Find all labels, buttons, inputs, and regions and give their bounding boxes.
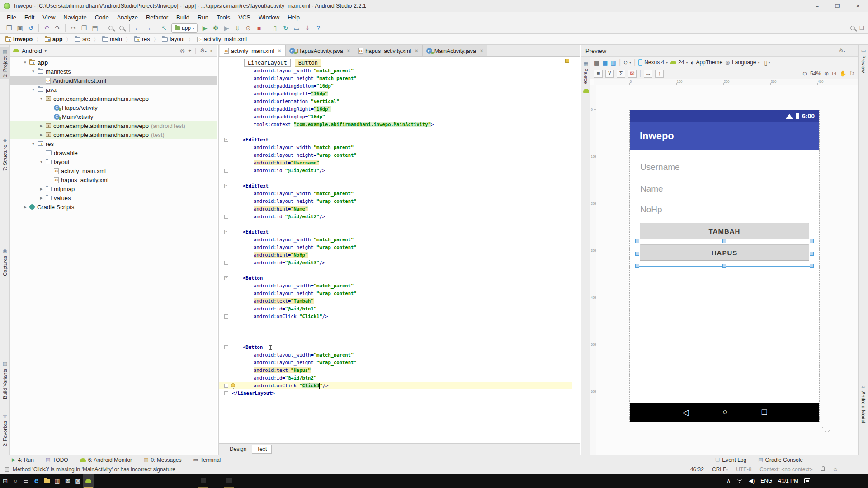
code-line[interactable] bbox=[219, 328, 572, 336]
project-view-selector[interactable]: Android bbox=[22, 47, 42, 54]
menu-window[interactable]: Window bbox=[255, 13, 283, 22]
gear-icon[interactable]: ⚙▾ bbox=[839, 47, 845, 54]
search-everywhere-icon[interactable] bbox=[850, 24, 855, 32]
fold-collapse-icon[interactable]: − bbox=[224, 184, 228, 188]
code-line[interactable]: android:id="@+id/btn2" bbox=[219, 374, 572, 382]
fold-end-icon[interactable] bbox=[224, 314, 228, 319]
selection-handle[interactable] bbox=[635, 264, 639, 268]
save-icon[interactable]: ▣ bbox=[14, 23, 25, 33]
open-icon[interactable]: ❒ bbox=[4, 23, 14, 33]
tray-expand-icon[interactable]: ∧ bbox=[726, 478, 731, 484]
notifications-icon[interactable]: ⚐ bbox=[849, 70, 854, 77]
code-line[interactable]: −<EditText bbox=[219, 136, 572, 144]
menu-edit[interactable]: Edit bbox=[20, 13, 38, 22]
attach-icon[interactable]: ⇩ bbox=[232, 23, 243, 33]
tree-item-com-example-abifirmandhani-inwepo[interactable]: ▶com.example.abifirmandhani.inwepo (test… bbox=[10, 130, 217, 139]
show-layout-bounds-icon[interactable]: ≡ bbox=[594, 70, 603, 78]
code-line[interactable]: android:text="Tambah" bbox=[219, 297, 572, 305]
tree-item-com-example-abifirmandhani-inwepo[interactable]: ▼com.example.abifirmandhani.inwepo bbox=[10, 94, 217, 103]
code-line[interactable]: </LinearLayout> bbox=[219, 389, 572, 397]
tree-item-values[interactable]: ▶values bbox=[10, 193, 217, 202]
code-line[interactable]: android:hint="Name" bbox=[219, 205, 572, 213]
caret-position[interactable]: 46:32 bbox=[690, 466, 704, 473]
menu-file[interactable]: File bbox=[3, 13, 20, 22]
back-icon[interactable]: ← bbox=[132, 23, 143, 33]
edittext-hint-name[interactable]: Name bbox=[640, 184, 663, 194]
zoom-out-icon[interactable]: ⊖ bbox=[802, 70, 807, 77]
layout-column-icon[interactable]: ▥ bbox=[611, 59, 616, 66]
tree-item-java[interactable]: ▼java bbox=[10, 85, 217, 94]
selection-handle[interactable] bbox=[810, 239, 814, 243]
profile-icon[interactable]: ⊙ bbox=[243, 23, 254, 33]
minimize-button[interactable]: – bbox=[807, 0, 827, 12]
undo-icon[interactable]: ↶ bbox=[41, 23, 52, 33]
sync-project-icon[interactable]: ↻ bbox=[280, 23, 291, 33]
collapsed-arrow-icon[interactable]: ▶ bbox=[39, 187, 43, 191]
taskbar-photos[interactable]: ▩ bbox=[73, 474, 83, 488]
debug-icon[interactable]: ❇ bbox=[210, 23, 221, 33]
dock-mode-icon[interactable]: ▯▾ bbox=[764, 59, 770, 66]
code-line[interactable]: android:layout_width="match_parent" bbox=[219, 190, 572, 197]
code-line[interactable] bbox=[219, 336, 572, 343]
split-icon[interactable]: ÷ bbox=[188, 47, 191, 54]
selection-handle[interactable] bbox=[810, 264, 814, 268]
tree-item-HapusActivity[interactable]: CHapusActivity bbox=[10, 103, 217, 112]
avd-manager-icon[interactable]: ▯ bbox=[269, 23, 280, 33]
tree-item-layout[interactable]: ▼layout bbox=[10, 157, 217, 166]
tool-strip-tab-Preview[interactable]: ▭Preview bbox=[859, 47, 868, 73]
collapsed-arrow-icon[interactable]: ▶ bbox=[39, 196, 43, 200]
fold-end-icon[interactable] bbox=[224, 261, 228, 265]
theme-selector[interactable]: ◐ AppTheme bbox=[691, 59, 723, 66]
tool-strip-tab-Android-Model[interactable]: ▱Android Model bbox=[859, 384, 868, 423]
hide-panel-icon[interactable]: ⇤ bbox=[210, 47, 215, 54]
tab-hapus_activity.xml[interactable]: hapus_activity.xml✕ bbox=[354, 45, 423, 56]
preview-button-tambah[interactable]: TAMBAH bbox=[640, 223, 809, 239]
expand-vertical-icon[interactable]: ↕ bbox=[655, 70, 664, 78]
tool-window-button-0-Messages[interactable]: ▥0: Messages bbox=[144, 457, 181, 463]
run-configuration-selector[interactable]: app▾ bbox=[171, 23, 198, 33]
code-line[interactable] bbox=[219, 128, 572, 136]
expand-horizontal-icon[interactable]: ↔ bbox=[644, 70, 652, 78]
code-line[interactable]: −<Button bbox=[219, 274, 572, 282]
code-line[interactable]: −<Button bbox=[219, 343, 572, 351]
fold-end-icon[interactable] bbox=[224, 391, 228, 395]
tree-item-mipmap[interactable]: ▶mipmap bbox=[10, 184, 217, 193]
pan-icon[interactable]: ✋ bbox=[840, 70, 846, 77]
expanded-arrow-icon[interactable]: ▼ bbox=[23, 61, 27, 65]
jump-to-source-icon[interactable]: ↖ bbox=[159, 23, 170, 33]
android-monitor-icon[interactable]: ▭ bbox=[291, 23, 302, 33]
selection-handle[interactable] bbox=[722, 239, 726, 243]
api-selector[interactable]: 24▾ bbox=[670, 59, 688, 66]
zoom-in-icon[interactable]: ⊕ bbox=[824, 70, 829, 77]
menu-view[interactable]: View bbox=[38, 13, 59, 22]
code-line[interactable]: android:paddingBottom="16dp" bbox=[219, 82, 572, 90]
tray-volume-icon[interactable]: ◀) bbox=[749, 478, 755, 484]
tray-language[interactable]: ENG bbox=[760, 478, 772, 484]
zoom-fit-icon[interactable]: ⊡ bbox=[832, 70, 836, 77]
menu-navigate[interactable]: Navigate bbox=[59, 13, 90, 22]
tree-item-app[interactable]: ▼app bbox=[10, 58, 217, 67]
tray-wifi-icon[interactable] bbox=[736, 479, 743, 483]
edittext-hint-nohp[interactable]: NoHp bbox=[640, 205, 662, 215]
redo-icon[interactable]: ↷ bbox=[52, 23, 63, 33]
expanded-arrow-icon[interactable]: ▼ bbox=[31, 142, 35, 146]
code-line[interactable]: android:layout_width="match_parent" bbox=[219, 236, 572, 244]
menu-help[interactable]: Help bbox=[283, 13, 304, 22]
breadcrumb-item-src[interactable]: src bbox=[74, 36, 91, 42]
code-line[interactable]: android:paddingTop="16dp" bbox=[219, 113, 572, 121]
code-line[interactable]: android:id="@+id/edit2"/> bbox=[219, 213, 572, 221]
tree-item-res[interactable]: ▼res bbox=[10, 139, 217, 148]
selection-handle[interactable] bbox=[635, 239, 639, 243]
tree-item-Gradle-Scripts[interactable]: ▶Gradle Scripts bbox=[10, 202, 217, 211]
menu-vcs[interactable]: VCS bbox=[234, 13, 255, 22]
taskbar-store[interactable]: ▦ bbox=[52, 474, 62, 488]
expanded-arrow-icon[interactable]: ▼ bbox=[39, 160, 43, 164]
lock-icon[interactable] bbox=[821, 468, 825, 471]
close-icon[interactable]: ✕ bbox=[347, 48, 350, 53]
tab-MainActivity.java[interactable]: CMainActivity.java✕ bbox=[422, 45, 488, 56]
taskbar-edge[interactable]: e bbox=[31, 474, 42, 488]
sync-icon[interactable]: ↺ bbox=[25, 23, 36, 33]
tree-item-activity_main-xml[interactable]: activity_main.xml bbox=[10, 166, 217, 175]
expanded-arrow-icon[interactable]: ▼ bbox=[31, 88, 35, 92]
code-line[interactable]: android:layout_height="wrap_content" bbox=[219, 151, 572, 159]
